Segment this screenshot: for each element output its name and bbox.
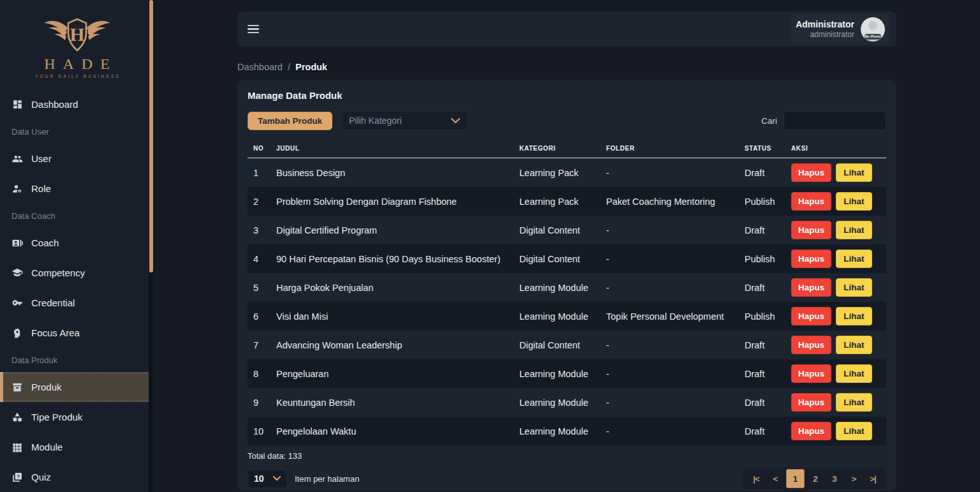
cell-folder: Paket Coaching Mentoring xyxy=(606,197,745,207)
pagination-prev-button[interactable]: < xyxy=(767,469,783,488)
sidebar: H HADE YOUR DAILY BUSINESS DashboardData… xyxy=(0,0,154,492)
user-name: Administrator xyxy=(796,19,854,30)
sidebar-item-dashboard[interactable]: Dashboard xyxy=(0,89,154,119)
pagination-page-2[interactable]: 2 xyxy=(807,469,824,488)
sidebar-scrollbar-track[interactable] xyxy=(149,0,154,492)
lihat-button[interactable]: Lihat xyxy=(836,250,872,268)
cell-aksi: HapusLihat xyxy=(791,336,886,354)
lihat-button[interactable]: Lihat xyxy=(836,163,872,182)
breadcrumb-separator: / xyxy=(288,62,290,72)
cell-aksi: HapusLihat xyxy=(791,250,886,268)
cell-status: Draft xyxy=(745,168,791,178)
table-row: 2Problem Solving Dengan Diagram Fishbone… xyxy=(248,187,886,216)
svg-text:H: H xyxy=(70,24,84,45)
breadcrumb-current: Produk xyxy=(295,62,327,72)
lihat-button[interactable]: Lihat xyxy=(836,307,872,325)
sidebar-item-produk[interactable]: Produk xyxy=(0,372,154,402)
sidebar-section-data-coach: Data Coach xyxy=(0,204,154,228)
sidebar-item-user[interactable]: User xyxy=(0,144,154,174)
sidebar-scrollbar-thumb[interactable] xyxy=(149,0,153,272)
hapus-button[interactable]: Hapus xyxy=(791,278,831,297)
breadcrumb: Dashboard / Produk xyxy=(237,62,896,72)
sidebar-item-quiz[interactable]: ?Quiz xyxy=(0,462,154,492)
hapus-button[interactable]: Hapus xyxy=(791,336,831,354)
hamburger-menu-icon[interactable] xyxy=(248,22,260,35)
lihat-button[interactable]: Lihat xyxy=(836,393,872,412)
cell-aksi: HapusLihat xyxy=(791,192,886,211)
hapus-button[interactable]: Hapus xyxy=(791,393,831,412)
focus-area-icon xyxy=(11,327,23,339)
lihat-button[interactable]: Lihat xyxy=(836,364,872,383)
col-header-judul: Judul xyxy=(276,145,519,152)
sidebar-item-coach[interactable]: Coach xyxy=(0,228,154,258)
cell-judul: Pengelolaan Waktu xyxy=(276,426,519,436)
cell-kategori: Learning Module xyxy=(519,398,606,408)
sidebar-item-role[interactable]: Role xyxy=(0,174,154,204)
credential-icon xyxy=(11,297,23,309)
sidebar-item-label: Role xyxy=(31,183,51,194)
hapus-button[interactable]: Hapus xyxy=(791,192,831,211)
cell-folder: - xyxy=(606,426,745,436)
cell-kategori: Digital Content xyxy=(519,225,606,235)
per-page-select[interactable]: 10 xyxy=(248,470,287,488)
avatar: No Photo xyxy=(861,17,885,41)
produk-icon xyxy=(11,382,23,393)
cell-no: 2 xyxy=(248,197,276,207)
brand-tagline: YOUR DAILY BUSINESS xyxy=(0,73,154,80)
cell-folder: - xyxy=(606,340,745,350)
cell-judul: Keuntungan Bersih xyxy=(276,398,519,408)
pagination-first-button[interactable]: |< xyxy=(748,469,764,488)
pagination-page-3[interactable]: 3 xyxy=(826,469,843,488)
lihat-button[interactable]: Lihat xyxy=(836,192,872,211)
user-menu[interactable]: Administrator administrator No Photo xyxy=(791,14,890,45)
pagination-last-button[interactable]: >| xyxy=(865,469,881,488)
cell-aksi: HapusLihat xyxy=(791,163,886,182)
sidebar-item-tipe-produk[interactable]: Tipe Produk xyxy=(0,402,154,432)
table-row: 1Business DesignLearning Pack-DraftHapus… xyxy=(248,158,886,187)
cell-judul: Problem Solving Dengan Diagram Fishbone xyxy=(276,197,519,207)
table-row: 6Visi dan MisiLearning ModuleTopik Perso… xyxy=(248,302,886,331)
hapus-button[interactable]: Hapus xyxy=(791,221,831,239)
pagination-next-button[interactable]: > xyxy=(845,469,862,488)
breadcrumb-dashboard-link[interactable]: Dashboard xyxy=(237,62,283,72)
lihat-button[interactable]: Lihat xyxy=(836,221,872,239)
sidebar-item-focus-area[interactable]: Focus Area xyxy=(0,318,154,348)
hapus-button[interactable]: Hapus xyxy=(791,250,831,268)
cell-status: Draft xyxy=(745,426,791,436)
cell-no: 1 xyxy=(248,168,276,178)
hapus-button[interactable]: Hapus xyxy=(791,422,831,440)
role-icon xyxy=(11,183,23,195)
table-row: 3Digital Certified ProgramDigital Conten… xyxy=(248,216,886,244)
cell-aksi: HapusLihat xyxy=(791,422,886,440)
hapus-button[interactable]: Hapus xyxy=(791,307,831,325)
search-input[interactable] xyxy=(783,111,886,130)
sidebar-item-label: User xyxy=(31,153,52,164)
cell-kategori: Learning Pack xyxy=(519,168,606,178)
table-header: No Judul Kategori Folder Status Aksi xyxy=(248,138,886,158)
sidebar-item-credential[interactable]: Credential xyxy=(0,288,154,318)
sidebar-item-label: Coach xyxy=(31,237,59,248)
search-label: Cari xyxy=(761,116,777,126)
lihat-button[interactable]: Lihat xyxy=(836,422,872,440)
hapus-button[interactable]: Hapus xyxy=(791,163,831,182)
tambah-produk-button[interactable]: Tambah Produk xyxy=(248,112,332,130)
sidebar-section-data-produk: Data Produk xyxy=(0,348,154,372)
cell-status: Draft xyxy=(745,283,791,293)
topbar: Administrator administrator No Photo xyxy=(237,11,896,47)
sidebar-item-label: Dashboard xyxy=(31,99,78,110)
hapus-button[interactable]: Hapus xyxy=(791,364,831,383)
cell-no: 6 xyxy=(248,311,276,322)
cell-status: Publish xyxy=(745,311,791,322)
category-select[interactable]: Pilih Kategori xyxy=(341,111,468,130)
cell-judul: 90 Hari Percepatan Bisnis (90 Days Busin… xyxy=(276,254,519,264)
cell-judul: Visi dan Misi xyxy=(276,311,519,322)
sidebar-item-competency[interactable]: Competency xyxy=(0,258,154,288)
sidebar-item-module[interactable]: Module xyxy=(0,432,154,462)
svg-text:?: ? xyxy=(17,473,20,479)
dashboard-icon xyxy=(11,99,23,110)
pagination-page-1[interactable]: 1 xyxy=(786,469,805,488)
lihat-button[interactable]: Lihat xyxy=(836,278,872,297)
lihat-button[interactable]: Lihat xyxy=(836,336,872,354)
cell-kategori: Digital Content xyxy=(519,340,606,350)
cell-status: Draft xyxy=(745,398,791,408)
